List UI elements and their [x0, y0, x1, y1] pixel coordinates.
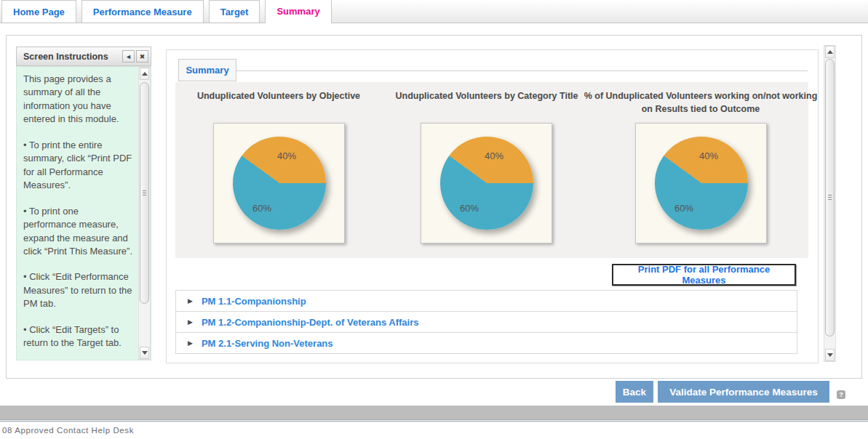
- triangle-up-icon: [827, 50, 833, 54]
- print-pdf-all-button[interactable]: Print PDF for all Performance Measures: [612, 264, 796, 286]
- main-scrollbar-thumb[interactable]: [825, 59, 835, 337]
- triangle-up-icon: [142, 72, 148, 76]
- chart-title-outcome: % of Unduplicated Volunteers working on/…: [581, 89, 821, 116]
- main-panel: Summary Unduplicated Volunteers by Objec…: [166, 49, 819, 363]
- help-icon[interactable]: ?: [837, 390, 845, 399]
- pie-slice-label: 60%: [252, 203, 271, 214]
- pie-slice-label: 60%: [460, 203, 479, 214]
- instructions-paragraph: This page provides a summary of all the …: [23, 73, 134, 126]
- instructions-paragraph: • To print one performance measure, expa…: [23, 205, 134, 259]
- scroll-down-icon[interactable]: [825, 349, 835, 361]
- tab-summary[interactable]: Summary: [265, 0, 331, 23]
- pie-slice-label: 40%: [699, 150, 718, 161]
- chart-region: Unduplicated Volunteers by Objective Und…: [175, 82, 808, 258]
- expand-arrow-icon: ▶: [188, 318, 193, 326]
- screen-instructions-header: Screen Instructions ◄ ✖: [16, 47, 151, 66]
- pm-row-1-2[interactable]: ▶ PM 1.2-Companionship-Dept. of Veterans…: [175, 311, 797, 333]
- top-tab-bar: Home Page Performance Measure Target Sum…: [0, 0, 868, 23]
- expand-arrow-icon: ▶: [188, 297, 193, 305]
- pm-row-1-1[interactable]: ▶ PM 1.1-Companionship: [175, 290, 797, 312]
- fieldset-divider: [178, 71, 808, 71]
- pie-chart-objective: 40% 60%: [213, 123, 345, 243]
- tab-summary-inner[interactable]: Summary: [178, 59, 236, 81]
- validate-performance-measures-button[interactable]: Validate Performance Measures: [658, 381, 829, 403]
- pm-label: PM 1.1-Companionship: [202, 296, 306, 307]
- bottom-gray-bar: [0, 406, 868, 420]
- scrollbar-grip-icon: [143, 190, 146, 196]
- expand-arrow-icon: ▶: [188, 339, 193, 347]
- screen-instructions-panel: This page provides a summary of all the …: [16, 66, 151, 361]
- pie-chart-category: 40% 60%: [421, 123, 552, 243]
- scrollbar-grip-icon: [828, 195, 832, 201]
- instructions-paragraph: • Click “Edit Targets” to return to the …: [23, 323, 134, 350]
- back-button[interactable]: Back: [616, 381, 653, 403]
- pm-label: PM 2.1-Serving Non-Veterans: [202, 338, 333, 349]
- scroll-down-icon[interactable]: [140, 347, 149, 359]
- triangle-down-icon: [827, 353, 833, 357]
- tab-home-page[interactable]: Home Page: [1, 0, 76, 23]
- instructions-paragraph: • Click “Edit Performance Measures” to r…: [23, 270, 134, 310]
- screen-instructions-text: This page provides a summary of all the …: [17, 67, 138, 360]
- tab-performance-measure[interactable]: Performance Measure: [81, 0, 204, 23]
- pie-slice-label: 60%: [674, 203, 693, 214]
- chart-title-category: Unduplicated Volunteers by Category Titl…: [385, 89, 589, 102]
- performance-measure-list: ▶ PM 1.1-Companionship ▶ PM 1.2-Companio…: [175, 290, 797, 354]
- collapse-panel-icon[interactable]: ◄: [122, 50, 135, 63]
- pie-slice-label: 40%: [485, 150, 503, 161]
- scroll-up-icon[interactable]: [140, 68, 149, 80]
- chart-title-objective: Unduplicated Volunteers by Objective: [177, 89, 381, 102]
- footer-text: 08 Approved Contact Help Desk: [2, 426, 134, 435]
- pie-chart-outcome: 40% 60%: [635, 123, 767, 243]
- instructions-paragraph: • To print the entire summary, click “Pr…: [23, 139, 134, 193]
- pm-label: PM 1.2-Companionship-Dept. of Veterans A…: [202, 317, 419, 328]
- sidebar-scrollbar-thumb[interactable]: [140, 82, 149, 304]
- pm-row-2-1[interactable]: ▶ PM 2.1-Serving Non-Veterans: [175, 332, 797, 354]
- scroll-up-icon[interactable]: [825, 46, 835, 58]
- sidebar-scrollbar[interactable]: [138, 67, 151, 360]
- pie-slice-label: 40%: [277, 150, 296, 161]
- main-scrollbar[interactable]: [824, 45, 836, 362]
- screen-instructions-title: Screen Instructions: [23, 52, 121, 62]
- tab-target[interactable]: Target: [209, 0, 260, 23]
- close-panel-icon[interactable]: ✖: [136, 50, 148, 63]
- triangle-down-icon: [142, 351, 148, 355]
- footer: 08 Approved Contact Help Desk: [0, 421, 868, 439]
